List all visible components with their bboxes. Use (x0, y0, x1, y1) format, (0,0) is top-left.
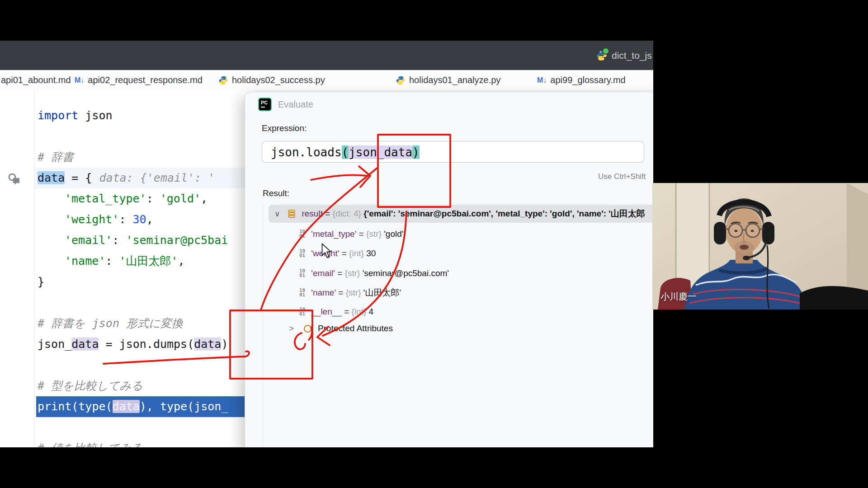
protected-attributes-row[interactable]: > Protected Attributes (289, 319, 393, 338)
selected-code-line: print(type(data), type(json_ (36, 396, 253, 417)
ide-titlebar: dict_to_js (0, 41, 653, 70)
code-line: 'metal_type': 'gold', (65, 188, 208, 209)
string: 'gold' (160, 192, 201, 205)
code-text: , (178, 254, 185, 267)
string: '山田太郎' (119, 254, 178, 267)
code-line: # 辞書 (38, 147, 74, 168)
equals: = (323, 209, 333, 219)
code-text: , (146, 213, 153, 226)
variable-row[interactable]: 1001 'weight' = {int} 30 (299, 244, 376, 263)
variable-row[interactable]: 1001 'metal_type' = {str} 'gold' (299, 225, 403, 243)
code-line: # 辞書を json 形式に変換 (38, 313, 183, 334)
variable-type: {int} (352, 307, 369, 317)
tab-label: api02_request_response.md (88, 75, 203, 85)
python-icon (396, 75, 406, 85)
equals: = (336, 288, 346, 298)
variable-name: 'weight' (311, 249, 339, 258)
code-line: # 値を比較してみる (38, 438, 143, 447)
expression-input[interactable]: json.loads(json_data) (262, 141, 644, 163)
shared-screen: dict_to_js api01_abount.md M↓ api02_requ… (0, 41, 653, 447)
tab-api01-abount[interactable]: api01_abount.md (1, 70, 71, 90)
matched-paren-highlight: ( (342, 145, 349, 159)
primitive-type-icon: 1001 (299, 230, 305, 239)
ai-assistant-gutter-icon[interactable] (7, 172, 22, 187)
code-text: ) (221, 338, 228, 351)
running-indicator-dot (602, 48, 609, 55)
expression-label: Expression: (262, 123, 307, 133)
variable-type: {dict: 4} (333, 209, 364, 219)
protected-attributes-label: Protected Attributes (318, 324, 393, 333)
code-line: 'email': 'seminar@pc5bai (65, 230, 228, 251)
equals: = (335, 268, 345, 278)
variable-name: result (302, 209, 322, 219)
group-ring-icon (304, 325, 311, 333)
primitive-type-icon: 1001 (299, 269, 305, 278)
gutter-separator (34, 90, 35, 447)
laptop-corner (800, 286, 868, 310)
tab-label: api01_abount.md (1, 75, 71, 85)
result-panel-border (263, 204, 263, 447)
code-line: import json (38, 105, 113, 126)
code-text: , (201, 192, 208, 205)
variable-name: __len__ (311, 307, 342, 317)
primitive-type-icon: 1001 (299, 249, 305, 258)
variable-value: 30 (366, 249, 376, 258)
matched-paren-highlight: ) (412, 145, 420, 159)
equals: = (356, 229, 366, 239)
collapse-chevron-icon[interactable]: ∨ (269, 209, 280, 219)
string: 'email' (65, 234, 112, 247)
shortcut-hint: Use Ctrl+Shift (598, 172, 646, 181)
variable-value: {'email': 'seminar@pc5bai.com', 'metal_t… (363, 208, 645, 220)
evaluate-dialog: PC Evaluate Expression: json.loads(json_… (245, 92, 653, 447)
markdown-icon: M↓ (537, 76, 547, 84)
tab-api02-request-response[interactable]: M↓ api02_request_response.md (75, 70, 203, 90)
keyword: import (38, 109, 78, 122)
variable-value: '山田太郎' (363, 287, 401, 299)
editor-tab-bar: api01_abount.md M↓ api02_request_respons… (0, 70, 653, 91)
dict-icon (287, 209, 297, 219)
equals: = (342, 307, 352, 317)
primitive-type-icon: 1001 (299, 288, 305, 297)
primitive-type-icon: 1001 (299, 307, 305, 316)
code-text: = json.dumps( (99, 338, 194, 351)
tab-label: api99_glossary.md (550, 75, 625, 85)
comment: # 値を比較してみる (38, 441, 143, 447)
result-label: Result: (263, 188, 289, 198)
string: 'seminar@pc5bai (126, 234, 228, 247)
comment: # 辞書を json 形式に変換 (38, 317, 183, 330)
tab-holidays01-analyze[interactable]: holidays01_analyze.py (396, 70, 500, 90)
variable-type: {int} (349, 249, 366, 258)
mic (743, 256, 750, 260)
comment: # 辞書 (38, 150, 74, 164)
run-configuration-tab[interactable]: dict_to_js (596, 48, 653, 63)
variable-name: 'email' (311, 268, 335, 278)
dialog-title: Evaluate (278, 99, 313, 110)
usage-highlight: data (113, 400, 140, 413)
code-line: 'name': '山田太郎', (65, 251, 185, 272)
code-text: : (119, 213, 132, 226)
run-tab-label: dict_to_js (612, 50, 652, 61)
code-text: : (146, 192, 160, 205)
variable-row[interactable]: 1001 'name' = {str} '山田太郎' (299, 284, 401, 302)
variable-row[interactable]: 1001 __len__ = {int} 4 (299, 303, 373, 321)
result-row[interactable]: ∨ result = {dict: 4} {'email': 'seminar@… (269, 205, 653, 223)
code-editor[interactable]: import json # 辞書 data = {data: {'email':… (0, 90, 253, 447)
variable-row[interactable]: 1001 'email' = {str} 'seminar@pc5bai.com… (299, 264, 449, 282)
variable-type: {str} (366, 229, 384, 239)
python-icon (596, 50, 608, 61)
expand-chevron-icon[interactable]: > (289, 324, 294, 333)
variable-type: {str} (345, 268, 363, 278)
tab-holidays02-success[interactable]: holidays02_success.py (218, 70, 325, 90)
variable-value: 'gold' (384, 229, 403, 239)
variable-name: 'metal_type' (311, 229, 356, 239)
python-icon (218, 75, 228, 85)
headphone-cup-left (714, 222, 726, 244)
usage-highlight: data (194, 338, 221, 351)
code-line: } (38, 272, 44, 292)
code-text: : (112, 234, 126, 247)
code-text: : (105, 254, 119, 267)
string: 'name' (65, 254, 105, 267)
expression-text: json.loads (271, 145, 342, 159)
code-line: data = {data: {'email': ' (38, 168, 215, 188)
tab-api99-glossary[interactable]: M↓ api99_glossary.md (537, 70, 626, 90)
